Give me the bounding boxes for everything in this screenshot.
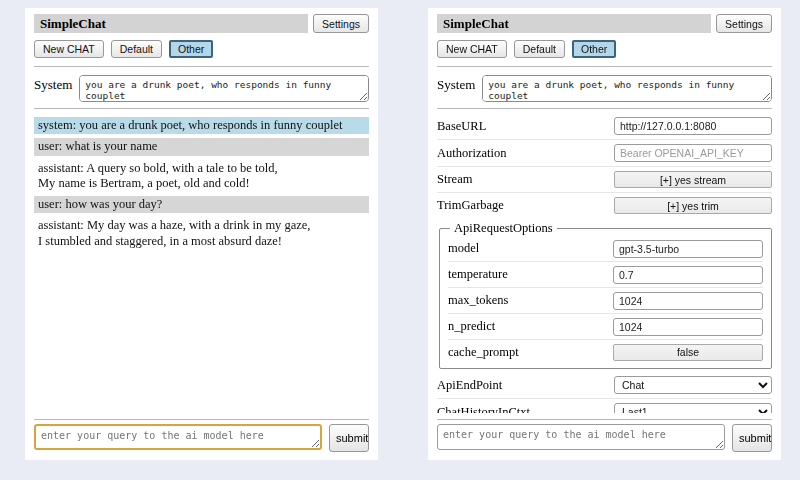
chat-message-user: user: what is your name (34, 138, 369, 155)
api-request-options-fieldset: ApiRequestOptions model temperature max_… (439, 221, 772, 369)
stream-toggle-button[interactable]: [+] yes stream (614, 171, 772, 188)
settings-button[interactable]: Settings (313, 14, 369, 33)
setting-row-stream: Stream [+] yes stream (437, 166, 772, 192)
max-tokens-label: max_tokens (448, 293, 613, 308)
query-input[interactable] (437, 424, 725, 450)
system-prompt-input[interactable]: you are a drunk poet, who responds in fu… (79, 75, 369, 102)
temperature-input[interactable] (613, 266, 763, 284)
chathistoryinctxt-label: ChatHistoryInCtxt (437, 405, 614, 414)
divider (34, 419, 369, 420)
app-header: SimpleChat Settings (437, 14, 772, 33)
max-tokens-input[interactable] (613, 292, 763, 310)
divider (34, 108, 369, 109)
chat-session-tabs: New CHAT Default Other (34, 40, 369, 58)
setting-row-n-predict: n_predict (448, 313, 763, 339)
setting-row-apiendpoint: ApiEndPoint Chat (437, 372, 772, 398)
divider (437, 66, 772, 67)
query-row: submit (437, 424, 772, 452)
setting-row-model: model (448, 236, 763, 261)
cache-prompt-label: cache_prompt (448, 345, 613, 360)
chat-message-system: system: you are a drunk poet, who respon… (34, 117, 369, 134)
query-footer: submit (34, 415, 369, 452)
cache-prompt-toggle-button[interactable]: false (613, 344, 763, 361)
system-prompt-input[interactable]: you are a drunk poet, who responds in fu… (482, 75, 772, 102)
setting-row-max-tokens: max_tokens (448, 287, 763, 313)
query-row: submit (34, 424, 369, 452)
new-chat-button[interactable]: New CHAT (34, 40, 104, 58)
setting-row-authorization: Authorization (437, 139, 772, 166)
chat-message-user: user: how was your day? (34, 196, 369, 213)
trimgarbage-toggle-button[interactable]: [+] yes trim (614, 197, 772, 214)
temperature-label: temperature (448, 267, 613, 282)
divider (437, 108, 772, 109)
divider (437, 419, 772, 420)
setting-row-temperature: temperature (448, 261, 763, 287)
settings-button[interactable]: Settings (716, 14, 772, 33)
app-title: SimpleChat (34, 14, 308, 33)
baseurl-label: BaseURL (437, 119, 614, 134)
setting-row-trimgarbage: TrimGarbage [+] yes trim (437, 192, 772, 218)
two-panel-layout: SimpleChat Settings New CHAT Default Oth… (0, 0, 800, 460)
system-prompt-label: System (437, 75, 475, 93)
chat-tab-default[interactable]: Default (514, 40, 565, 58)
chat-tab-other[interactable]: Other (169, 40, 213, 58)
model-label: model (448, 241, 613, 256)
divider (34, 66, 369, 67)
chat-tab-default[interactable]: Default (111, 40, 162, 58)
chat-message-list: system: you are a drunk poet, who respon… (34, 113, 369, 413)
new-chat-button[interactable]: New CHAT (437, 40, 507, 58)
setting-row-cache-prompt: cache_prompt false (448, 339, 763, 364)
submit-button[interactable]: submit (732, 424, 772, 452)
trimgarbage-label: TrimGarbage (437, 198, 614, 213)
apiendpoint-select[interactable]: Chat (614, 376, 772, 394)
setting-row-chathistoryinctxt: ChatHistoryInCtxt Last1 (437, 398, 772, 413)
settings-form: BaseURL Authorization Stream [+] yes str… (437, 113, 772, 413)
baseurl-input[interactable] (614, 117, 772, 135)
app-title: SimpleChat (437, 14, 711, 33)
model-input[interactable] (613, 240, 763, 258)
authorization-label: Authorization (437, 146, 614, 161)
system-prompt-row: System you are a drunk poet, who respond… (437, 75, 772, 102)
apiendpoint-label: ApiEndPoint (437, 378, 614, 393)
authorization-input[interactable] (614, 144, 772, 162)
api-request-options-legend: ApiRequestOptions (450, 221, 557, 236)
n-predict-label: n_predict (448, 319, 613, 334)
system-prompt-label: System (34, 75, 72, 93)
system-prompt-row: System you are a drunk poet, who respond… (34, 75, 369, 102)
n-predict-input[interactable] (613, 318, 763, 336)
chat-panel: SimpleChat Settings New CHAT Default Oth… (25, 8, 378, 460)
query-input[interactable] (34, 424, 322, 450)
stream-label: Stream (437, 172, 614, 187)
query-footer: submit (437, 415, 772, 452)
setting-row-baseurl: BaseURL (437, 113, 772, 139)
app-header: SimpleChat Settings (34, 14, 369, 33)
chathistoryinctxt-select[interactable]: Last1 (614, 403, 772, 413)
chat-tab-other[interactable]: Other (572, 40, 616, 58)
chat-message-assistant: assistant: My day was a haze, with a dri… (34, 217, 369, 250)
settings-panel: SimpleChat Settings New CHAT Default Oth… (428, 8, 781, 460)
chat-session-tabs: New CHAT Default Other (437, 40, 772, 58)
submit-button[interactable]: submit (329, 424, 369, 452)
chat-message-assistant: assistant: A query so bold, with a tale … (34, 160, 369, 193)
